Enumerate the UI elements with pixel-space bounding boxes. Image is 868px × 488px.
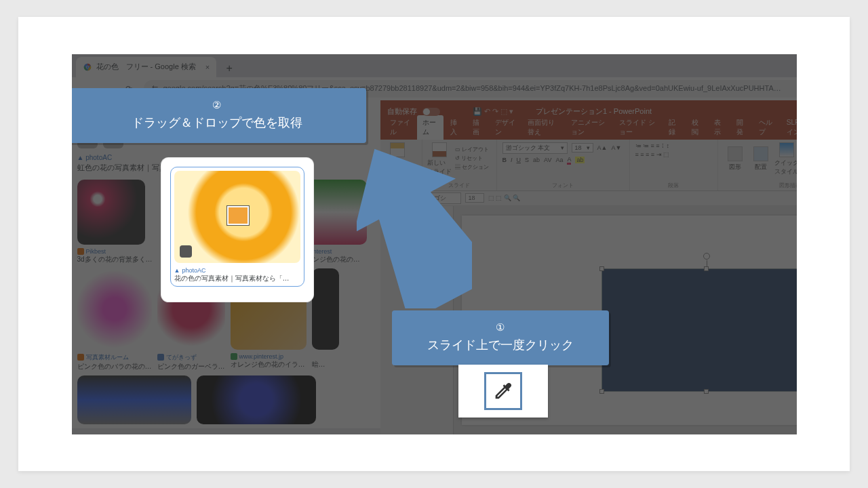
callout-number: ① xyxy=(407,320,594,336)
image-badge-icon xyxy=(180,245,192,258)
image-source: ▲ photoAC xyxy=(174,267,300,274)
eyedropper-icon[interactable] xyxy=(484,372,522,410)
flower-image[interactable] xyxy=(174,171,300,263)
eyedropper-card xyxy=(458,365,548,418)
callout-number: ② xyxy=(83,98,351,113)
instruction-arrow-icon xyxy=(357,139,472,308)
callout-text: スライド上で一度クリック xyxy=(407,336,594,354)
highlighted-image-card[interactable]: ▲ photoAC 花の色の写真素材｜写真素材なら「… xyxy=(167,163,308,296)
callout-drag-drop: ② ドラッグ＆ドロップで色を取得 xyxy=(72,88,366,144)
svg-marker-3 xyxy=(357,139,472,308)
image-title: 花の色の写真素材｜写真素材なら「… xyxy=(174,274,300,283)
callout-text: ドラッグ＆ドロップで色を取得 xyxy=(83,114,351,132)
callout-click-once: ① スライド上で一度クリック xyxy=(392,310,609,366)
